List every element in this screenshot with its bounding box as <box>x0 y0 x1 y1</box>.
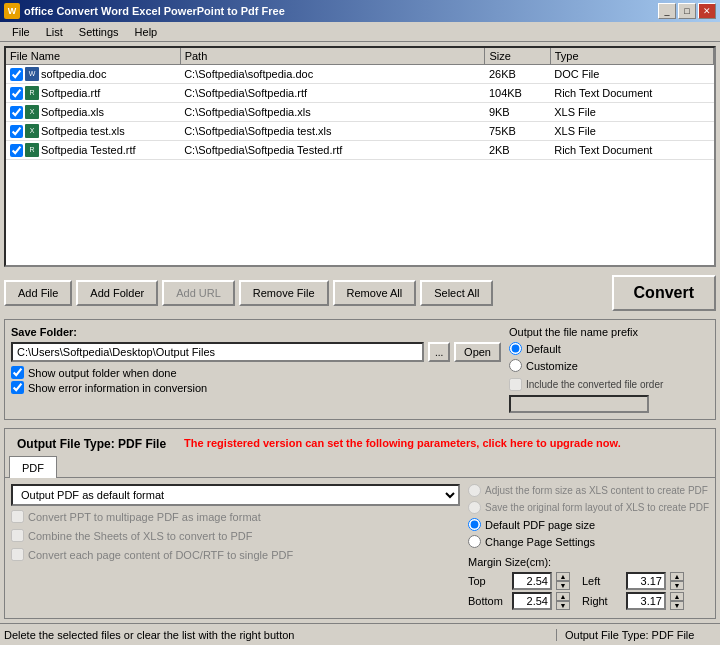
show-output-checkbox[interactable] <box>11 366 24 379</box>
col-filename: File Name <box>6 48 180 65</box>
status-bar: Delete the selected files or clear the l… <box>0 623 720 645</box>
customize-prefix-label: Customize <box>526 360 578 372</box>
left-down-btn[interactable]: ▼ <box>670 581 684 590</box>
top-label: Top <box>468 575 508 587</box>
right-label: Right <box>582 595 622 607</box>
right-input[interactable] <box>626 592 666 610</box>
bottom-spinner[interactable]: ▲ ▼ <box>556 592 570 610</box>
file-path: C:\Softpedia\softpedia.doc <box>180 65 485 84</box>
show-error-checkbox[interactable] <box>11 381 24 394</box>
top-spinner[interactable]: ▲ ▼ <box>556 572 570 590</box>
default-page-size-label: Default PDF page size <box>485 519 595 531</box>
open-button[interactable]: Open <box>454 342 501 362</box>
file-checkbox[interactable] <box>10 125 23 138</box>
margin-label: Margin Size(cm): <box>468 556 709 568</box>
upgrade-notice[interactable]: The registered version can set the follo… <box>180 433 625 455</box>
file-size: 9KB <box>485 103 550 122</box>
bottom-input[interactable] <box>512 592 552 610</box>
table-row: R Softpedia.rtf C:\Softpedia\Softpedia.r… <box>6 84 714 103</box>
file-size: 2KB <box>485 141 550 160</box>
minimize-button[interactable]: _ <box>658 3 676 19</box>
save-folder-section: Save Folder: ... Open Show output folder… <box>4 319 716 420</box>
top-input[interactable] <box>512 572 552 590</box>
toolbar: Add File Add Folder Add URL Remove File … <box>4 271 716 315</box>
file-type: XLS File <box>550 103 713 122</box>
file-path: C:\Softpedia\Softpedia.xls <box>180 103 485 122</box>
select-all-button[interactable]: Select All <box>420 280 493 306</box>
change-page-settings-radio[interactable] <box>468 535 481 548</box>
default-page-size-radio[interactable] <box>468 518 481 531</box>
browse-button[interactable]: ... <box>428 342 450 362</box>
add-file-button[interactable]: Add File <box>4 280 72 306</box>
file-icon: R <box>25 143 39 157</box>
left-label: Left <box>582 575 622 587</box>
left-up-btn[interactable]: ▲ <box>670 572 684 581</box>
customize-prefix-radio[interactable] <box>509 359 522 372</box>
left-spinner[interactable]: ▲ ▼ <box>670 572 684 590</box>
file-path: C:\Softpedia\Softpedia test.xls <box>180 122 485 141</box>
file-size: 104KB <box>485 84 550 103</box>
file-checkbox[interactable] <box>10 68 23 81</box>
file-name: Softpedia.rtf <box>41 87 100 99</box>
menu-help[interactable]: Help <box>127 24 166 40</box>
file-type: Rich Text Document <box>550 141 713 160</box>
bottom-label: Bottom <box>468 595 508 607</box>
default-prefix-radio[interactable] <box>509 342 522 355</box>
show-output-label: Show output folder when done <box>28 367 177 379</box>
convert-ppt-label: Convert PPT to multipage PDF as image fo… <box>28 511 261 523</box>
file-icon: X <box>25 105 39 119</box>
table-row: W softpedia.doc C:\Softpedia\softpedia.d… <box>6 65 714 84</box>
output-type-header: Output File Type: PDF File <box>11 433 172 455</box>
right-up-btn[interactable]: ▲ <box>670 592 684 601</box>
tab-pdf[interactable]: PDF <box>9 456 57 478</box>
file-icon: W <box>25 67 39 81</box>
left-input[interactable] <box>626 572 666 590</box>
top-down-btn[interactable]: ▼ <box>556 581 570 590</box>
main-content: File Name Path Size Type W softpedia.doc… <box>0 42 720 623</box>
right-down-btn[interactable]: ▼ <box>670 601 684 610</box>
add-url-button[interactable]: Add URL <box>162 280 235 306</box>
menu-file[interactable]: File <box>4 24 38 40</box>
file-name: softpedia.doc <box>41 68 106 80</box>
col-size: Size <box>485 48 550 65</box>
change-page-settings-label: Change Page Settings <box>485 536 595 548</box>
col-path: Path <box>180 48 485 65</box>
menu-list[interactable]: List <box>38 24 71 40</box>
app-icon: W <box>4 3 20 19</box>
file-path: C:\Softpedia\Softpedia Tested.rtf <box>180 141 485 160</box>
table-row: X Softpedia.xls C:\Softpedia\Softpedia.x… <box>6 103 714 122</box>
maximize-button[interactable]: □ <box>678 3 696 19</box>
bottom-up-btn[interactable]: ▲ <box>556 592 570 601</box>
file-name: Softpedia.xls <box>41 106 104 118</box>
output-options-area: Output PDF as default format Convert PPT… <box>5 478 715 618</box>
format-select[interactable]: Output PDF as default format <box>11 484 460 506</box>
remove-file-button[interactable]: Remove File <box>239 280 329 306</box>
convert-doc-checkbox <box>11 548 24 561</box>
output-prefix-label: Output the file name prefix <box>509 326 709 338</box>
customize-input <box>509 395 649 413</box>
menu-bar: File List Settings Help <box>0 22 720 42</box>
tab-bar: PDF <box>5 455 715 478</box>
save-folder-input[interactable] <box>11 342 424 362</box>
file-checkbox[interactable] <box>10 106 23 119</box>
include-order-label: Include the converted file order <box>526 379 663 390</box>
file-checkbox[interactable] <box>10 87 23 100</box>
save-folder-label: Save Folder: <box>11 326 501 338</box>
right-spinner[interactable]: ▲ ▼ <box>670 592 684 610</box>
file-type: Rich Text Document <box>550 84 713 103</box>
close-button[interactable]: ✕ <box>698 3 716 19</box>
convert-button[interactable]: Convert <box>612 275 716 311</box>
file-name: Softpedia Tested.rtf <box>41 144 136 156</box>
top-up-btn[interactable]: ▲ <box>556 572 570 581</box>
file-name: Softpedia test.xls <box>41 125 125 137</box>
include-order-checkbox <box>509 378 522 391</box>
table-row: R Softpedia Tested.rtf C:\Softpedia\Soft… <box>6 141 714 160</box>
file-checkbox[interactable] <box>10 144 23 157</box>
combine-xls-label: Combine the Sheets of XLS to convert to … <box>28 530 252 542</box>
adjust-form-label: Adjust the form size as XLS content to c… <box>485 485 708 496</box>
bottom-down-btn[interactable]: ▼ <box>556 601 570 610</box>
file-icon: X <box>25 124 39 138</box>
add-folder-button[interactable]: Add Folder <box>76 280 158 306</box>
remove-all-button[interactable]: Remove All <box>333 280 417 306</box>
menu-settings[interactable]: Settings <box>71 24 127 40</box>
